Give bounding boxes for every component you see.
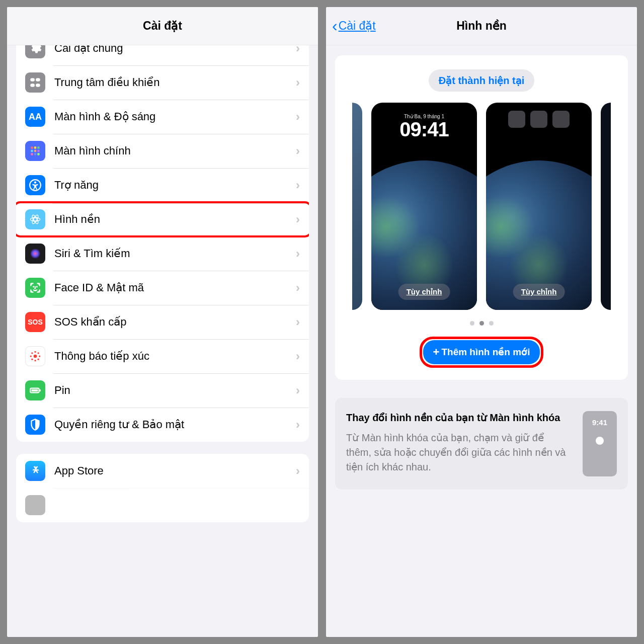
chevron-right-icon: › bbox=[296, 178, 300, 192]
row-accessibility[interactable]: Trợ năng › bbox=[16, 168, 309, 202]
info-card: Thay đổi hình nền của bạn từ Màn hình kh… bbox=[335, 398, 628, 490]
wallpaper-icon bbox=[25, 209, 45, 229]
svg-rect-9 bbox=[37, 150, 39, 152]
svg-point-29 bbox=[31, 359, 33, 360]
svg-rect-3 bbox=[36, 84, 40, 87]
lock-time: 09:41 bbox=[399, 119, 448, 139]
row-label: Face ID & Mật mã bbox=[54, 281, 296, 294]
row-privacy[interactable]: Quyền riêng tư & Bảo mật › bbox=[16, 408, 309, 442]
thumb-time: 9:41 bbox=[592, 418, 607, 427]
svg-point-27 bbox=[31, 352, 33, 354]
row-control-center[interactable]: Trung tâm điều khiển › bbox=[16, 65, 309, 100]
page-indicator bbox=[342, 321, 621, 326]
privacy-icon bbox=[25, 415, 45, 435]
customize-lock-button[interactable]: Tùy chỉnh bbox=[398, 284, 450, 300]
row-label: Màn hình & Độ sáng bbox=[54, 110, 296, 123]
customize-home-button[interactable]: Tùy chỉnh bbox=[513, 284, 565, 300]
wallpaper-panel: ‹ Cài đặt Hình nền Đặt thành hiện tại Th… bbox=[326, 7, 637, 637]
dot bbox=[489, 321, 494, 326]
row-label: App Store bbox=[54, 464, 296, 477]
wallpaper-carousel[interactable]: Thứ Ba, 9 tháng 1 09:41 Tùy chỉnh Tùy ch… bbox=[342, 103, 621, 310]
set-current-button[interactable]: Đặt thành hiện tại bbox=[429, 69, 534, 92]
chevron-right-icon: › bbox=[296, 281, 300, 295]
svg-point-25 bbox=[30, 355, 32, 357]
svg-rect-11 bbox=[34, 153, 36, 155]
add-wallpaper-button[interactable]: + Thêm hình nền mới bbox=[423, 340, 540, 364]
svg-point-21 bbox=[37, 286, 37, 287]
row-display[interactable]: AA Màn hình & Độ sáng › bbox=[16, 100, 309, 134]
info-description: Từ Màn hình khóa của bạn, chạm và giữ để… bbox=[346, 431, 572, 474]
home-icon-row bbox=[508, 111, 570, 128]
svg-point-14 bbox=[34, 181, 36, 183]
home-screen-icon bbox=[25, 141, 45, 161]
row-home-screen[interactable]: Màn hình chính › bbox=[16, 134, 309, 168]
svg-point-23 bbox=[34, 351, 36, 353]
svg-rect-5 bbox=[34, 146, 36, 148]
svg-rect-1 bbox=[36, 78, 40, 82]
back-label: Cài đặt bbox=[339, 19, 376, 33]
row-label: Trợ năng bbox=[54, 179, 296, 192]
row-sos[interactable]: SOS SOS khẩn cấp › bbox=[16, 305, 309, 339]
generic-icon bbox=[25, 495, 45, 515]
chevron-right-icon: › bbox=[296, 464, 300, 478]
info-title: Thay đổi hình nền của bạn từ Màn hình kh… bbox=[346, 411, 572, 425]
control-center-icon bbox=[25, 72, 45, 93]
svg-point-30 bbox=[38, 359, 39, 360]
row-label: SOS khẩn cấp bbox=[54, 315, 296, 329]
svg-point-24 bbox=[34, 360, 36, 361]
settings-panel: Thời gian sử dụng › Cài đặt chung › Trun… bbox=[7, 7, 318, 637]
lock-screen-preview[interactable]: Thứ Ba, 9 tháng 1 09:41 Tùy chỉnh bbox=[371, 103, 477, 310]
svg-rect-6 bbox=[37, 146, 39, 148]
row-next[interactable] bbox=[16, 488, 309, 522]
app-store-icon bbox=[25, 461, 45, 481]
back-button[interactable]: ‹ Cài đặt bbox=[332, 17, 376, 35]
chevron-right-icon: › bbox=[296, 383, 300, 397]
carousel-prev-peek[interactable] bbox=[352, 103, 362, 310]
chevron-right-icon: › bbox=[296, 247, 300, 261]
page-title: Cài đặt bbox=[143, 19, 182, 33]
row-label: Trung tâm điều khiển bbox=[54, 76, 296, 89]
add-wallpaper-highlight: + Thêm hình nền mới bbox=[420, 337, 544, 368]
svg-rect-10 bbox=[31, 153, 33, 155]
app-icon-placeholder bbox=[530, 111, 547, 128]
display-icon: AA bbox=[25, 107, 45, 127]
row-app-store[interactable]: App Store › bbox=[16, 454, 309, 488]
row-siri[interactable]: Siri & Tìm kiếm › bbox=[16, 236, 309, 271]
svg-rect-2 bbox=[30, 84, 35, 87]
app-icon-placeholder bbox=[552, 111, 570, 128]
accessibility-icon bbox=[25, 175, 45, 195]
carousel-next-peek[interactable] bbox=[601, 103, 611, 310]
wallpaper-preview-card: Đặt thành hiện tại Thứ Ba, 9 tháng 1 09:… bbox=[335, 55, 628, 380]
row-faceid[interactable]: Face ID & Mật mã › bbox=[16, 271, 309, 305]
row-battery[interactable]: Pin › bbox=[16, 373, 309, 408]
row-label: Màn hình chính bbox=[54, 144, 296, 157]
dot-active bbox=[479, 321, 484, 326]
svg-point-20 bbox=[33, 286, 34, 287]
sos-icon: SOS bbox=[25, 312, 45, 332]
svg-rect-33 bbox=[31, 389, 38, 391]
home-screen-preview[interactable]: Tùy chỉnh bbox=[486, 103, 592, 310]
svg-point-22 bbox=[34, 355, 37, 358]
dot bbox=[470, 321, 474, 326]
thumb-indicator-icon bbox=[596, 437, 604, 445]
row-exposure[interactable]: Thông báo tiếp xúc › bbox=[16, 339, 309, 373]
svg-rect-4 bbox=[31, 146, 33, 148]
svg-point-19 bbox=[30, 249, 40, 259]
siri-icon bbox=[25, 244, 45, 264]
battery-icon bbox=[25, 380, 45, 400]
svg-rect-12 bbox=[37, 153, 39, 155]
plus-icon: + bbox=[433, 346, 440, 359]
svg-rect-32 bbox=[40, 389, 41, 391]
row-label: Thông báo tiếp xúc bbox=[54, 350, 296, 363]
row-label: Hình nền bbox=[54, 213, 296, 226]
row-wallpaper[interactable]: Hình nền › bbox=[16, 201, 309, 237]
chevron-right-icon: › bbox=[296, 418, 300, 432]
svg-point-28 bbox=[38, 352, 39, 354]
row-label: Quyền riêng tư & Bảo mật bbox=[54, 418, 296, 431]
chevron-left-icon: ‹ bbox=[332, 17, 338, 35]
chevron-right-icon: › bbox=[296, 212, 300, 226]
app-icon-placeholder bbox=[508, 111, 525, 128]
row-label: Pin bbox=[54, 384, 296, 397]
chevron-right-icon: › bbox=[296, 110, 300, 124]
chevron-right-icon: › bbox=[296, 349, 300, 363]
